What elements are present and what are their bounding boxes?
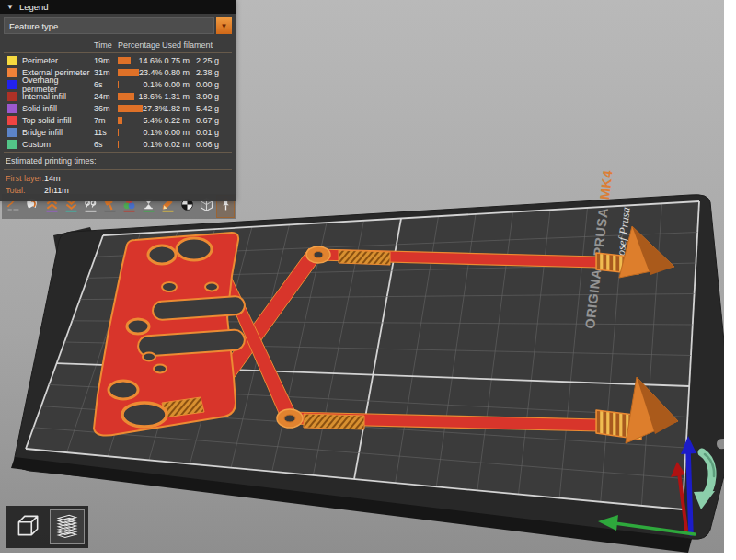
feature-percentage: 0.1%: [143, 140, 162, 149]
feature-filament-weight: 0.00 g: [190, 80, 219, 89]
cube-icon: [13, 510, 42, 543]
feature-filament-weight: 3.90 g: [190, 92, 219, 101]
separator: [4, 52, 232, 53]
percentage-bar: [118, 81, 119, 88]
legend-row: Custom6s0.1%0.02 m0.06 g: [4, 138, 232, 150]
feature-filament-weight: 0.67 g: [190, 116, 219, 125]
feature-time: 11s: [94, 128, 118, 137]
separator: [4, 169, 232, 170]
percentage-bar: [118, 117, 122, 124]
legend-panel: ▼ Legend Feature type ▼ Time Percentage …: [0, 0, 236, 201]
feature-time: 19m: [94, 56, 118, 65]
feature-color-swatch: [7, 140, 17, 149]
feature-filament-weight: 5.42 g: [190, 104, 219, 113]
feature-percentage: 14.6%: [138, 56, 162, 65]
feature-filament-length: 0.02 m: [162, 140, 190, 149]
percentage-bar: [118, 141, 119, 148]
feature-color-swatch: [7, 80, 17, 89]
feature-percentage: 5.4%: [143, 116, 162, 125]
legend-body: Feature type ▼ Time Percentage Used fila…: [0, 14, 236, 201]
collapse-arrow-icon: ▼: [6, 3, 14, 11]
separator: [4, 152, 232, 153]
legend-row: Perimeter19m14.6%0.75 m2.25 g: [4, 55, 232, 67]
feature-percentage: 0.1%: [143, 80, 162, 89]
feature-color-swatch: [7, 68, 17, 77]
feature-filament-weight: 2.38 g: [190, 68, 219, 77]
feature-filament-weight: 0.01 g: [190, 128, 219, 137]
first-layer-label: First layer:: [6, 174, 44, 183]
feature-time: 24m: [94, 92, 118, 101]
feature-percentage: 18.6%: [138, 92, 162, 101]
legend-rows: Perimeter19m14.6%0.75 m2.25 gExternal pe…: [4, 55, 232, 150]
legend-title: Legend: [19, 2, 49, 12]
feature-color-swatch: [7, 56, 17, 65]
feature-time: 7m: [94, 116, 118, 125]
feature-time: 6s: [94, 80, 118, 89]
feature-filament-length: 0.00 m: [162, 128, 190, 137]
legend-row: Overhang perimeter6s0.1%0.00 m0.00 g: [4, 79, 232, 91]
feature-color-swatch: [7, 92, 17, 101]
feature-percentage: 23.4%: [139, 68, 163, 77]
column-header-time: Time: [94, 40, 118, 50]
feature-color-swatch: [7, 104, 17, 113]
feature-filament-length: 0.75 m: [162, 56, 190, 65]
legend-row: Bridge infill11s0.1%0.00 m0.01 g: [4, 126, 232, 138]
percentage-bar: [118, 93, 134, 100]
dropdown-arrow-icon: ▼: [221, 22, 228, 30]
feature-time: 36m: [94, 104, 118, 113]
legend-column-headers: Time Percentage Used filament: [94, 39, 232, 51]
column-header-used-filament: Used filament: [162, 40, 232, 50]
feature-filament-length: 0.80 m: [162, 68, 190, 77]
first-layer-value: 14m: [44, 174, 61, 183]
column-header-percentage: Percentage: [118, 40, 162, 50]
feature-name: Internal infill: [22, 92, 94, 101]
feature-name: Bridge infill: [22, 128, 94, 137]
gcode-preview-window: ORIGINAL PRUSA MK4 Josef Prusa: [0, 0, 736, 560]
view-switch: [6, 506, 88, 548]
blue-axis-arrow: [688, 451, 691, 533]
feature-color-swatch: [7, 128, 17, 137]
feature-filament-length: 0.22 m: [162, 116, 190, 125]
feature-name: Solid infill: [22, 104, 94, 113]
percentage-bar: [118, 129, 119, 136]
estimated-times-label: Estimated printing times:: [4, 154, 232, 167]
legend-row: Top solid infill7m5.4%0.22 m0.67 g: [4, 114, 232, 126]
total-time-row: Total: 2h11m: [4, 184, 232, 196]
feature-percentage: 0.1%: [143, 128, 162, 137]
view-type-select[interactable]: Feature type: [4, 17, 214, 34]
feature-time: 31m: [94, 68, 118, 77]
layers-icon: [52, 510, 82, 543]
feature-color-swatch: [7, 116, 17, 125]
feature-name: Custom: [22, 140, 94, 149]
feature-name: Perimeter: [22, 56, 94, 65]
percentage-bar: [118, 69, 139, 76]
feature-filament-length: 1.31 m: [162, 92, 190, 101]
feature-filament-weight: 2.25 g: [190, 56, 219, 65]
feature-filament-weight: 0.06 g: [190, 140, 219, 149]
legend-row: Solid infill36m27.3%1.82 m5.42 g: [4, 103, 232, 115]
3d-editor-view-button[interactable]: [10, 509, 45, 544]
feature-name: Top solid infill: [22, 116, 94, 125]
feature-filament-length: 1.82 m: [162, 104, 190, 113]
feature-time: 6s: [94, 140, 118, 149]
first-layer-time-row: First layer: 14m: [4, 172, 232, 184]
feature-filament-length: 0.00 m: [162, 80, 190, 89]
view-type-dropdown-button[interactable]: ▼: [216, 17, 232, 34]
preview-view-button[interactable]: [50, 509, 85, 544]
percentage-bar: [118, 57, 131, 64]
total-value: 2h11m: [44, 186, 69, 195]
percentage-bar: [118, 105, 143, 112]
total-label: Total:: [6, 186, 44, 195]
legend-row: Internal infill24m18.6%1.31 m3.90 g: [4, 91, 232, 103]
legend-titlebar[interactable]: ▼ Legend: [0, 0, 236, 14]
